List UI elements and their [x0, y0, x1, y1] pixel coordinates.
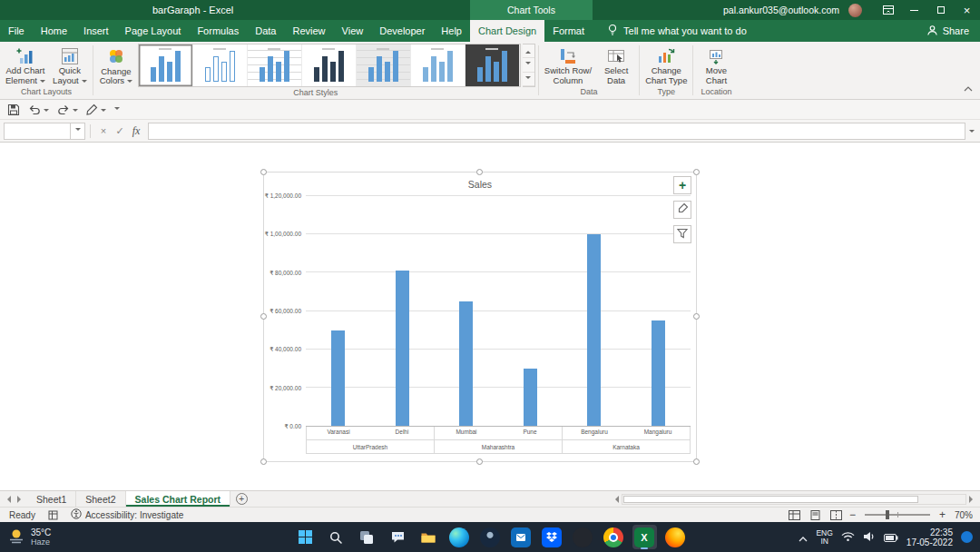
ribbon-tab-data[interactable]: Data: [247, 20, 284, 42]
taskbar-icon-outlook[interactable]: [509, 525, 534, 549]
taskbar-icon-app-2[interactable]: [571, 525, 595, 549]
sheet-nav-right-button[interactable]: [14, 491, 27, 507]
ribbon-tab-file[interactable]: File: [0, 20, 33, 42]
battery-icon[interactable]: [884, 529, 898, 546]
taskbar-icon-search[interactable]: [324, 525, 348, 549]
ribbon-tab-help[interactable]: Help: [433, 20, 470, 42]
bar-pune[interactable]: [524, 369, 537, 426]
ribbon-tab-insert[interactable]: Insert: [75, 20, 117, 42]
chart-style-1[interactable]: [139, 44, 193, 86]
taskbar-icon-app-1[interactable]: [478, 525, 503, 549]
ribbon-tab-view[interactable]: View: [334, 20, 372, 42]
close-button[interactable]: ×: [954, 0, 980, 20]
taskbar-icon-edge[interactable]: [447, 525, 472, 549]
change-chart-type-button[interactable]: Change Chart Type: [642, 44, 690, 86]
accessibility-status[interactable]: Accessibility: Investigate: [71, 508, 183, 521]
zoom-slider-thumb[interactable]: [886, 510, 889, 519]
bar-mangaluru[interactable]: [652, 320, 665, 426]
chart-style-2[interactable]: [193, 44, 248, 86]
ribbon-tab-home[interactable]: Home: [33, 20, 75, 42]
cancel-button[interactable]: ×: [95, 123, 112, 140]
collapse-ribbon-button[interactable]: [964, 79, 973, 95]
chart-style-4[interactable]: [302, 44, 357, 86]
weather-widget[interactable]: 35°C Haze: [7, 527, 51, 548]
page-layout-view-button[interactable]: [808, 510, 823, 520]
ribbon-tab-chart-design[interactable]: Chart Design: [470, 20, 544, 42]
chart[interactable]: Sales ₹ 1,20,000.00₹ 1,00,000.00₹ 80,000…: [263, 172, 697, 462]
zoom-in-button[interactable]: +: [939, 508, 946, 521]
bar-delhi[interactable]: [396, 271, 409, 426]
taskbar-icon-file-explorer[interactable]: [416, 525, 441, 549]
sheet-tab-sheet2[interactable]: Sheet2: [76, 491, 125, 507]
selection-handle[interactable]: [476, 458, 483, 465]
ribbon-tab-formulas[interactable]: Formulas: [189, 20, 247, 42]
selection-handle[interactable]: [260, 458, 267, 465]
switch-row-column-button[interactable]: Switch Row/ Column: [542, 44, 594, 86]
sheet-nav-left-button[interactable]: [0, 491, 14, 507]
ribbon-display-options-button[interactable]: [875, 0, 901, 20]
zoom-level[interactable]: 70%: [951, 510, 973, 520]
ribbon-tab-review[interactable]: Review: [284, 20, 333, 42]
selection-handle[interactable]: [260, 313, 267, 320]
notification-badge[interactable]: [961, 531, 973, 543]
taskbar-icon-dropbox[interactable]: [540, 525, 564, 549]
ribbon-tab-developer[interactable]: Developer: [371, 20, 433, 42]
taskbar-icon-start[interactable]: [293, 525, 318, 549]
add-chart-element-button[interactable]: Add Chart Element: [3, 44, 48, 86]
quick-layout-button[interactable]: Quick Layout: [50, 44, 90, 86]
pen-button[interactable]: [83, 102, 110, 117]
new-sheet-button[interactable]: +: [230, 491, 252, 507]
taskbar-icon-task-view[interactable]: [355, 525, 379, 549]
taskbar-icon-excel[interactable]: X: [632, 525, 657, 549]
chart-style-5[interactable]: [357, 44, 411, 86]
name-box[interactable]: [4, 123, 71, 140]
volume-icon[interactable]: [863, 529, 876, 546]
gallery-more-button[interactable]: [523, 73, 534, 86]
redo-button[interactable]: [54, 103, 82, 117]
zoom-slider[interactable]: [865, 514, 930, 516]
expand-formula-bar-button[interactable]: [969, 123, 975, 139]
chart-sheet-area[interactable]: Sales ₹ 1,20,000.00₹ 1,00,000.00₹ 80,000…: [0, 143, 980, 490]
selection-handle[interactable]: [693, 458, 700, 465]
ribbon-tab-page-layout[interactable]: Page Layout: [117, 20, 190, 42]
gallery-scroll-down-button[interactable]: [523, 58, 534, 72]
hidden-icons-chevron[interactable]: [799, 529, 808, 546]
selection-handle[interactable]: [260, 169, 267, 175]
enter-button[interactable]: ✓: [112, 123, 128, 140]
undo-button[interactable]: [24, 103, 53, 117]
account-avatar[interactable]: [848, 4, 862, 17]
selection-handle[interactable]: [476, 169, 483, 175]
chart-style-7[interactable]: [466, 44, 520, 86]
tell-me-box[interactable]: Tell me what you want to do: [607, 20, 747, 42]
move-chart-button[interactable]: Move Chart: [696, 44, 736, 86]
clock[interactable]: 22:35 17-05-2022: [906, 527, 953, 547]
scrollbar-track[interactable]: [622, 494, 966, 505]
taskbar-icon-chrome[interactable]: [602, 525, 626, 549]
scrollbar-thumb[interactable]: [623, 496, 918, 503]
sheet-tab-sales-chart-report[interactable]: Sales Chart Report: [126, 491, 231, 507]
ribbon-tab-format[interactable]: Format: [544, 20, 593, 42]
macro-record-button[interactable]: [46, 510, 60, 520]
chart-title[interactable]: Sales: [264, 179, 696, 190]
wifi-icon[interactable]: [841, 529, 855, 546]
zoom-out-button[interactable]: −: [849, 508, 856, 521]
scroll-right-arrow[interactable]: [969, 496, 976, 503]
account-email[interactable]: pal.ankur035@outlook.com: [723, 5, 839, 15]
minimize-button[interactable]: [901, 0, 927, 20]
bar-mumbai[interactable]: [459, 301, 473, 426]
chart-elements-button[interactable]: +: [673, 176, 691, 194]
normal-view-button[interactable]: [787, 510, 802, 520]
gallery-scroll-up-button[interactable]: [523, 44, 534, 58]
sheet-tab-sheet1[interactable]: Sheet1: [27, 491, 76, 507]
maximize-button[interactable]: [927, 0, 954, 20]
selection-handle[interactable]: [693, 169, 700, 175]
select-data-button[interactable]: Select Data: [596, 44, 636, 86]
bar-varanasi[interactable]: [331, 330, 345, 426]
horizontal-scrollbar[interactable]: [608, 491, 980, 507]
save-button[interactable]: [4, 102, 24, 118]
name-box-dropdown[interactable]: [71, 123, 85, 140]
formula-input[interactable]: [148, 123, 965, 140]
chart-style-3[interactable]: [248, 44, 302, 86]
language-indicator[interactable]: ENGIN: [816, 529, 832, 546]
chart-style-6[interactable]: [411, 44, 466, 86]
